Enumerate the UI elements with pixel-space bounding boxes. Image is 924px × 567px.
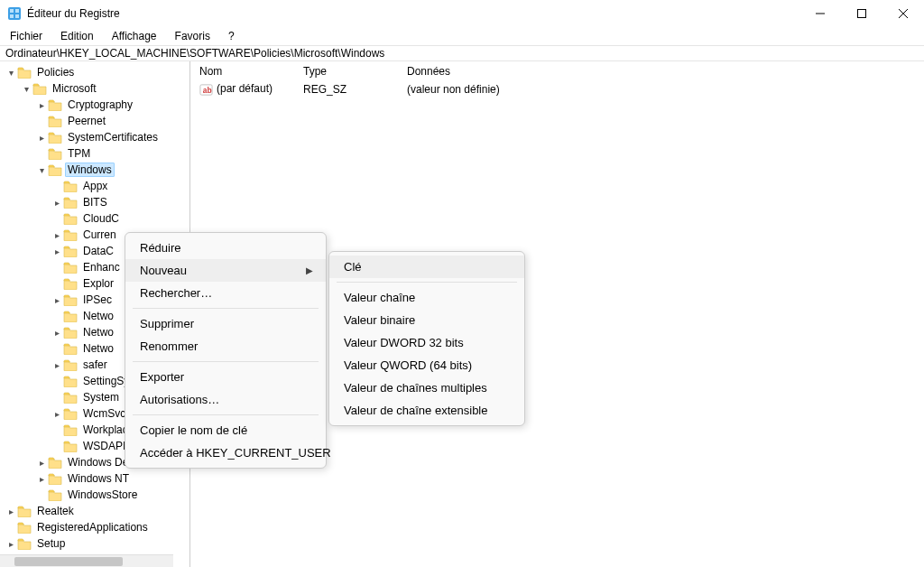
folder-icon xyxy=(32,82,47,95)
reg-sz-icon xyxy=(199,83,213,97)
folder-icon xyxy=(63,261,78,274)
folder-icon xyxy=(63,277,78,290)
chevron-right-icon[interactable]: ▸ xyxy=(5,507,16,516)
chevron-right-icon[interactable]: ▸ xyxy=(36,474,47,484)
ctx-acceder[interactable]: Accéder à HKEY_CURRENT_USER xyxy=(125,442,326,464)
ctx-new-qword[interactable]: Valeur QWORD (64 bits) xyxy=(329,354,524,376)
menubar: Fichier Edition Affichage Favoris ? xyxy=(0,27,924,45)
ctx-new-binaire[interactable]: Valeur binaire xyxy=(329,309,524,331)
ctx-new-ext[interactable]: Valeur de chaîne extensible xyxy=(329,399,524,422)
chevron-right-icon[interactable]: ▸ xyxy=(36,133,47,143)
col-header-type[interactable]: Type xyxy=(298,65,402,78)
folder-icon xyxy=(48,488,62,501)
chevron-right-icon[interactable]: ▸ xyxy=(51,198,62,208)
chevron-down-icon[interactable]: ▾ xyxy=(5,68,16,78)
tree-node-cloudc[interactable]: ▸CloudC xyxy=(51,210,189,227)
titlebar: Éditeur du Registre xyxy=(0,0,924,27)
regedit-icon xyxy=(7,6,22,21)
folder-icon xyxy=(63,180,78,192)
ctx-copier[interactable]: Copier le nom de clé xyxy=(125,419,326,442)
menu-favoris[interactable]: Favoris xyxy=(171,29,215,43)
chevron-right-icon[interactable]: ▸ xyxy=(51,328,62,338)
folder-icon xyxy=(17,505,32,517)
minimize-button[interactable] xyxy=(799,0,841,27)
tree-node-appx[interactable]: ▸Appx xyxy=(51,178,189,194)
tree-node-registeredapplications[interactable]: ▸RegisteredApplications xyxy=(5,519,189,535)
list-cell-name: (par défaut) xyxy=(217,82,273,95)
tree-node-cryptography[interactable]: ▸ Cryptography xyxy=(36,97,189,113)
list-header: Nom Type Données xyxy=(190,61,924,81)
folder-icon xyxy=(63,358,78,371)
menu-edition[interactable]: Edition xyxy=(56,29,98,43)
tree-node-microsoft[interactable]: ▾ Microsoft xyxy=(21,80,189,97)
tree-node-setup[interactable]: ▸Setup xyxy=(5,535,189,552)
list-row-default[interactable]: (par défaut) REG_SZ (valeur non définie) xyxy=(190,81,924,98)
folder-icon xyxy=(63,391,78,404)
folder-icon xyxy=(48,163,62,176)
chevron-right-icon[interactable]: ▸ xyxy=(51,295,62,305)
ctx-new-cle[interactable]: Clé xyxy=(329,256,524,278)
folder-icon xyxy=(63,375,78,387)
menu-fichier[interactable]: Fichier xyxy=(5,29,47,43)
ctx-exporter[interactable]: Exporter xyxy=(125,366,326,388)
tree-node-systemcertificates[interactable]: ▸ SystemCertificates xyxy=(36,129,189,145)
menu-aide[interactable]: ? xyxy=(224,29,239,43)
context-menu: Réduire Nouveau ▶ Rechercher… Supprimer … xyxy=(125,232,327,469)
ctx-rechercher[interactable]: Rechercher… xyxy=(125,282,326,304)
ctx-new-chaine[interactable]: Valeur chaîne xyxy=(329,286,524,309)
chevron-right-icon[interactable]: ▸ xyxy=(36,100,47,110)
tree-node-tpm[interactable]: ▸ TPM xyxy=(36,145,189,162)
chevron-right-icon[interactable]: ▸ xyxy=(51,246,62,256)
folder-icon xyxy=(63,342,78,355)
address-bar[interactable]: Ordinateur\HKEY_LOCAL_MACHINE\SOFTWARE\P… xyxy=(0,45,924,61)
maximize-button[interactable] xyxy=(841,0,882,27)
tree-node-windowsnt[interactable]: ▸Windows NT xyxy=(36,470,189,487)
chevron-right-icon[interactable]: ▸ xyxy=(51,360,62,370)
col-header-data[interactable]: Données xyxy=(402,65,924,78)
context-submenu-nouveau: Clé Valeur chaîne Valeur binaire Valeur … xyxy=(328,251,525,426)
list-cell-type: REG_SZ xyxy=(298,83,402,96)
separator xyxy=(133,414,319,415)
chevron-right-icon[interactable]: ▸ xyxy=(51,409,62,419)
chevron-down-icon[interactable]: ▾ xyxy=(21,84,32,94)
tree-node-windows[interactable]: ▾ Windows xyxy=(36,162,189,178)
folder-icon xyxy=(63,212,78,225)
svg-rect-8 xyxy=(858,10,866,18)
chevron-right-icon[interactable]: ▸ xyxy=(36,458,47,468)
ctx-renommer[interactable]: Renommer xyxy=(125,335,326,358)
chevron-right-icon: ▶ xyxy=(270,265,313,275)
folder-icon xyxy=(17,521,32,534)
ctx-autorisations[interactable]: Autorisations… xyxy=(125,388,326,411)
horizontal-scrollbar[interactable] xyxy=(0,554,173,567)
chevron-right-icon[interactable]: ▸ xyxy=(5,539,16,549)
folder-icon xyxy=(63,245,78,257)
tree-node-peernet[interactable]: ▸ Peernet xyxy=(36,113,189,129)
ctx-supprimer[interactable]: Supprimer xyxy=(125,312,326,335)
folder-icon xyxy=(48,472,62,485)
col-header-name[interactable]: Nom xyxy=(194,65,298,78)
ctx-new-multi[interactable]: Valeur de chaînes multiples xyxy=(329,376,524,399)
chevron-down-icon[interactable]: ▾ xyxy=(36,165,47,175)
ctx-new-dword[interactable]: Valeur DWORD 32 bits xyxy=(329,331,524,354)
folder-icon xyxy=(63,423,78,436)
folder-icon xyxy=(63,293,78,306)
close-button[interactable] xyxy=(882,0,924,27)
scrollbar-thumb[interactable] xyxy=(14,557,123,566)
tree-node-windowsstore[interactable]: ▸WindowsStore xyxy=(36,487,189,503)
tree-node-bits[interactable]: ▸BITS xyxy=(51,194,189,210)
ctx-nouveau[interactable]: Nouveau ▶ xyxy=(125,259,326,282)
separator xyxy=(337,282,517,283)
separator xyxy=(133,361,319,362)
window-title: Éditeur du Registre xyxy=(27,7,120,20)
tree-node-policies[interactable]: ▾ Policies xyxy=(5,64,189,80)
folder-icon xyxy=(63,326,78,339)
folder-icon xyxy=(48,115,62,127)
chevron-right-icon[interactable]: ▸ xyxy=(51,230,62,240)
ctx-reduire[interactable]: Réduire xyxy=(125,237,326,259)
menu-affichage[interactable]: Affichage xyxy=(107,29,162,43)
folder-icon xyxy=(48,147,62,160)
folder-icon xyxy=(63,310,78,322)
tree-node-realtek[interactable]: ▸Realtek xyxy=(5,503,189,519)
folder-icon xyxy=(63,196,78,209)
folder-icon xyxy=(63,407,78,420)
